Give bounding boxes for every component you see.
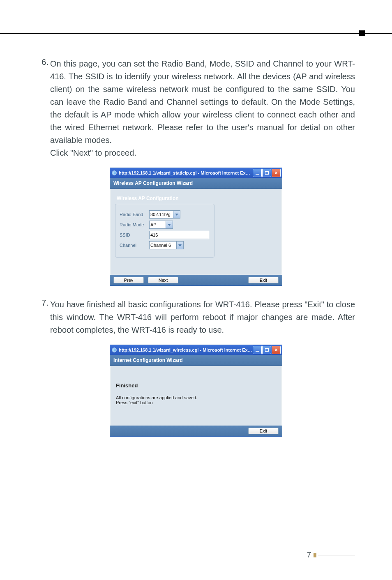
ssid-value: 416	[150, 232, 158, 237]
ssid-label: SSID	[120, 232, 149, 237]
exit-button[interactable]: Exit	[248, 277, 279, 283]
close-icon: ×	[274, 348, 277, 352]
radio-mode-select[interactable]: AP	[149, 221, 173, 229]
page-marker-icon	[314, 553, 316, 557]
channel-value: Channel 6	[150, 243, 171, 248]
close-icon: ×	[274, 170, 277, 175]
button-bar: Prev Next Exit	[110, 275, 282, 285]
minimize-button[interactable]	[253, 169, 262, 177]
maximize-button[interactable]	[262, 346, 271, 354]
step-6: 6. On this page, you can set the Radio B…	[37, 58, 355, 159]
wizard-header: Internet Configuration Wizard	[110, 355, 282, 366]
window-title: http://192.168.1.1/wizard_staticip.cgi -…	[119, 170, 253, 175]
step-number: 6.	[37, 58, 50, 159]
wizard-header: Wireless AP Configuration Wizard	[110, 178, 282, 189]
prev-button[interactable]: Prev	[113, 277, 144, 283]
finished-line1: All configurations are applied and saved…	[116, 395, 276, 400]
next-button[interactable]: Next	[148, 277, 178, 283]
close-button[interactable]: ×	[272, 169, 281, 177]
section-title: Wireless AP Configuration	[115, 196, 277, 201]
horizontal-rule	[0, 33, 392, 34]
finished-heading: Finished	[116, 382, 276, 389]
channel-select[interactable]: Channel 6	[149, 241, 184, 249]
step-text: You have finished all basic configuratio…	[50, 298, 355, 336]
exit-button[interactable]: Exit	[248, 428, 279, 434]
channel-label: Channel	[120, 243, 149, 248]
step-7: 7. You have finished all basic configura…	[37, 298, 355, 336]
step6-paragraph: On this page, you can set the Radio Band…	[50, 59, 355, 145]
radio-band-select[interactable]: 802.11b/g	[149, 210, 180, 219]
button-bar: Exit	[110, 426, 282, 436]
radio-band-value: 802.11b/g	[150, 212, 171, 217]
chevron-down-icon	[166, 221, 173, 228]
radio-mode-label: Radio Mode	[120, 222, 149, 227]
wireless-wizard-window: http://192.168.1.1/wizard_staticip.cgi -…	[110, 168, 282, 286]
finished-line2: Press "exit" button	[116, 400, 276, 405]
step-number: 7.	[37, 298, 50, 336]
ie-icon	[111, 347, 117, 353]
finished-wizard-window: http://192.168.1.1/wizard_wireless.cgi -…	[110, 345, 282, 437]
step-text: On this page, you can set the Radio Band…	[50, 58, 355, 159]
chevron-down-icon	[173, 211, 180, 218]
ssid-input[interactable]: 416	[149, 231, 209, 239]
window-titlebar: http://192.168.1.1/wizard_staticip.cgi -…	[110, 168, 282, 178]
close-button[interactable]: ×	[272, 346, 281, 354]
minimize-button[interactable]	[253, 346, 262, 354]
page-line	[318, 555, 355, 555]
step6-paragraph-2: Click "Next" to proceed.	[50, 148, 136, 157]
radio-band-label: Radio Band	[120, 212, 149, 217]
window-titlebar: http://192.168.1.1/wizard_wireless.cgi -…	[110, 345, 282, 355]
page-number-area: 7	[307, 551, 355, 559]
chevron-down-icon	[176, 242, 183, 249]
radio-mode-value: AP	[150, 222, 157, 227]
ie-icon	[111, 170, 117, 176]
maximize-button[interactable]	[262, 169, 271, 177]
page-number: 7	[307, 551, 311, 559]
window-title: http://192.168.1.1/wizard_wireless.cgi -…	[119, 348, 253, 352]
